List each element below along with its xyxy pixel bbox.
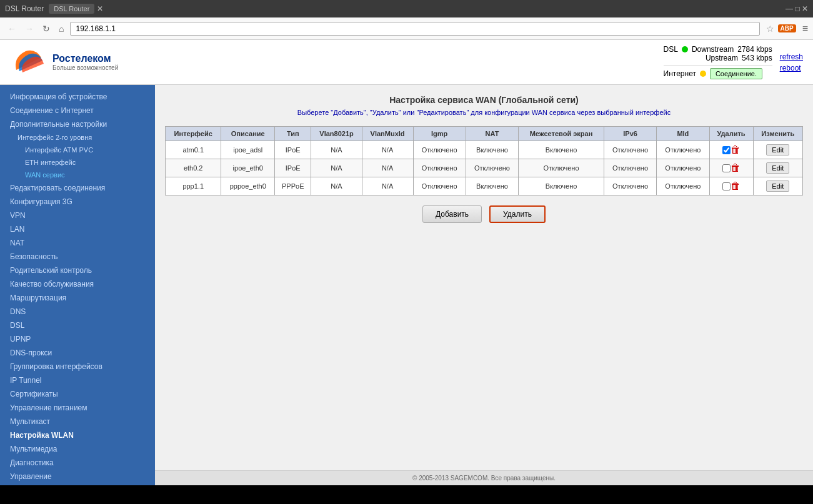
sidebar-item-2[interactable]: Дополнительные настройки	[0, 117, 155, 131]
sidebar-item-7[interactable]: Редактировать соединения	[0, 181, 155, 195]
reload-button[interactable]: ↻	[40, 22, 52, 35]
page: Ростелеком Больше возможностей DSL Downs…	[0, 40, 813, 485]
table-header-удалить: Удалить	[709, 127, 753, 141]
sidebar-item-8[interactable]: Конфигурация 3G	[0, 195, 155, 209]
title-bar-text: DSL Router	[5, 4, 44, 13]
sidebar-item-16[interactable]: DNS	[0, 305, 155, 319]
button-row: Добавить Удалить	[165, 205, 803, 223]
page-header: Ростелеком Больше возможностей DSL Downs…	[0, 40, 813, 85]
rostelecom-logo	[10, 45, 47, 79]
sidebar-item-5[interactable]: ETH интерфейс	[0, 156, 155, 169]
internet-row: Интернет Соединение.	[664, 65, 772, 79]
sidebar-item-20[interactable]: Группировка интерфейсов	[0, 360, 155, 373]
table-header-nat: NAT	[466, 127, 518, 141]
bookmark-icon[interactable]: ☆	[766, 24, 774, 34]
logo-sub: Больше возможностей	[52, 64, 118, 71]
sidebar-item-22[interactable]: Сертификаты	[0, 387, 155, 401]
upstream-label: Upstream	[706, 54, 738, 62]
sidebar-item-12[interactable]: Безопасность	[0, 250, 155, 264]
page-title: Настройка сервиса WAN (Глобальной сети)	[165, 95, 803, 105]
row-0-delete-checkbox[interactable]	[722, 146, 731, 154]
downstream-label: Downstream	[692, 45, 734, 54]
row-1-delete-checkbox[interactable]	[722, 164, 731, 172]
internet-label: Интернет	[664, 69, 696, 78]
forward-button[interactable]: →	[22, 22, 36, 35]
table-row: eth0.2ipoe_eth0IPoEN/AN/AОтключеноОтключ…	[166, 159, 803, 177]
sidebar-item-14[interactable]: Качество обслуживания	[0, 277, 155, 291]
row-0-edit-button[interactable]: Edit	[766, 144, 789, 156]
sidebar-item-13[interactable]: Родительский контроль	[0, 264, 155, 277]
table-header-vlan8021p: Vlan8021p	[311, 127, 362, 141]
dsl-downstream-row: DSL Downstream 2784 kbps	[664, 45, 772, 54]
logo-name: Ростелеком	[52, 53, 118, 64]
row-2-edit-button[interactable]: Edit	[766, 180, 789, 192]
table-header-ipv6: IPv6	[604, 127, 656, 141]
reboot-button[interactable]: reboot	[780, 64, 803, 72]
logo-area: Ростелеком Больше возможностей	[10, 45, 118, 79]
dsl-upstream-row: DSL ● Upstream 543 kbps	[664, 54, 772, 62]
delete-button[interactable]: Удалить	[489, 205, 546, 223]
table-header-межсетевой-экран: Межсетевой экран	[519, 127, 604, 141]
row-1-delete-icon[interactable]: 🗑	[731, 162, 741, 174]
sidebar-item-4[interactable]: Интерфейс ATM PVC	[0, 144, 155, 156]
table-header-igmp: Igmp	[413, 127, 466, 141]
sidebar-item-17[interactable]: DSL	[0, 319, 155, 332]
table-header-mld: Mld	[657, 127, 709, 141]
sidebar-item-28[interactable]: Управление	[0, 470, 155, 483]
table-header-vlanmuxid: VlanMuxId	[362, 127, 413, 141]
sidebar-item-18[interactable]: UPNP	[0, 332, 155, 346]
sidebar: Информация об устройствеСоединение с Инт…	[0, 85, 155, 485]
table-header-тип: Тип	[275, 127, 311, 141]
connection-badge: Соединение.	[710, 68, 762, 79]
page-body: Информация об устройствеСоединение с Инт…	[0, 85, 813, 485]
sidebar-item-24[interactable]: Мультикаст	[0, 415, 155, 428]
sidebar-item-27[interactable]: Диагностика	[0, 456, 155, 470]
dsl-label: DSL	[664, 45, 678, 54]
dsl-led	[682, 46, 688, 52]
row-2-delete-checkbox[interactable]	[722, 182, 731, 190]
status-panel: DSL Downstream 2784 kbps DSL ● Upstream …	[664, 45, 803, 79]
sidebar-item-15[interactable]: Маршрутизация	[0, 291, 155, 305]
upstream-value: 543 kbps	[742, 54, 772, 62]
sidebar-item-6[interactable]: WAN сервис	[0, 169, 155, 181]
menu-icon[interactable]: ≡	[802, 23, 808, 34]
main-content: Настройка сервиса WAN (Глобальной сети) …	[155, 85, 813, 470]
footer: © 2005-2013 SAGEMCOM. Все права защищены…	[155, 470, 813, 485]
sidebar-item-9[interactable]: VPN	[0, 209, 155, 222]
refresh-button[interactable]: refresh	[780, 52, 803, 61]
row-0-delete-icon[interactable]: 🗑	[731, 144, 741, 156]
title-bar: DSL Router DSL Router ✕ — □ ✕	[0, 0, 813, 17]
address-bar[interactable]	[70, 22, 759, 36]
home-button[interactable]: ⌂	[56, 22, 66, 35]
sidebar-item-1[interactable]: Соединение с Интернет	[0, 104, 155, 117]
table-header-изменить: Изменить	[753, 127, 802, 141]
footer-text: © 2005-2013 SAGEMCOM. Все права защищены…	[412, 475, 556, 482]
page-subtitle: Выберете "Добавить", "Удалить" или "Реда…	[165, 109, 803, 116]
sidebar-item-0[interactable]: Информация об устройстве	[0, 90, 155, 104]
row-2-delete-icon[interactable]: 🗑	[731, 180, 741, 192]
sidebar-item-10[interactable]: LAN	[0, 222, 155, 236]
table-header-описание: Описание	[221, 127, 275, 141]
table-header-интерфейс: Интерфейс	[166, 127, 221, 141]
sidebar-item-21[interactable]: IP Tunnel	[0, 373, 155, 387]
sidebar-item-19[interactable]: DNS-прокси	[0, 346, 155, 360]
tab-close-icon[interactable]: ✕	[97, 4, 103, 13]
downstream-value: 2784 kbps	[737, 45, 772, 54]
tab-label: DSL Router	[49, 4, 94, 14]
sidebar-item-3[interactable]: Интерфейс 2-го уровня	[0, 131, 155, 144]
sidebar-item-23[interactable]: Управление питанием	[0, 401, 155, 415]
back-button[interactable]: ←	[5, 22, 19, 35]
sidebar-item-11[interactable]: NAT	[0, 236, 155, 250]
row-1-edit-button[interactable]: Edit	[766, 162, 789, 174]
wan-table: ИнтерфейсОписаниеТипVlan8021pVlanMuxIdIg…	[165, 126, 803, 195]
action-buttons: refresh reboot	[780, 52, 803, 72]
add-button[interactable]: Добавить	[422, 205, 482, 223]
sidebar-item-25[interactable]: Настройка WLAN	[0, 428, 155, 442]
main-wrapper: Настройка сервиса WAN (Глобальной сети) …	[155, 85, 813, 485]
window-controls[interactable]: — □ ✕	[786, 4, 808, 13]
browser-window: DSL Router DSL Router ✕ — □ ✕ ← → ↻ ⌂ ☆ …	[0, 0, 813, 40]
internet-led	[700, 71, 706, 77]
sidebar-item-26[interactable]: Мультимедиа	[0, 442, 155, 456]
nav-bar: ← → ↻ ⌂ ☆ ABP ≡	[0, 17, 813, 40]
table-row: atm0.1ipoe_adslIPoEN/AN/AОтключеноВключе…	[166, 141, 803, 159]
